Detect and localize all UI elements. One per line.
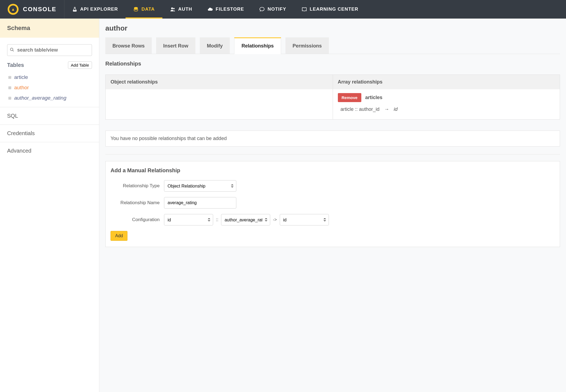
main-content: author Browse Rows Insert Row Modify Rel… [99,19,566,392]
relationship-name-label: Relationship Name [111,200,160,206]
brand-logo-icon: ▲ [8,4,19,15]
nav-label: AUTH [178,7,192,12]
nav-label: API EXPLORER [80,7,118,12]
nav-filestore[interactable]: FILESTORE [200,0,252,19]
remove-relationship-button[interactable]: Remove [338,93,361,102]
manual-relationship-form: Add a Manual Relationship Relationship T… [105,161,560,247]
svg-line-4 [13,50,14,51]
configuration-label: Configuration [111,217,160,222]
schema-header: Schema [0,19,99,38]
table-name: author [14,85,29,91]
manual-relationship-title: Add a Manual Relationship [111,167,555,174]
tab-relationships[interactable]: Relationships [234,37,281,54]
database-icon [133,7,139,12]
page-title: author [105,24,560,32]
table-list: ⊞ article ⊞ author ⊞ author_average_rati… [0,71,99,107]
search-input[interactable] [7,44,92,56]
book-icon [302,7,307,12]
sidebar-sql[interactable]: SQL [0,107,99,124]
table-item-author[interactable]: ⊞ author [0,82,99,93]
object-relationships-header: Object relationships [106,75,333,89]
config-sep-arrow: -> [273,217,277,222]
svg-point-1 [171,7,173,9]
no-possible-relationships-info: You have no possible relationships that … [105,130,560,147]
nav-notify[interactable]: NOTIFY [252,0,294,19]
svg-point-3 [10,48,13,51]
table-icon: ⊞ [8,75,11,79]
svg-point-2 [173,8,175,9]
nav-data[interactable]: DATA [126,0,162,19]
nav-label: LEARNING CENTER [310,7,358,12]
nav-api-explorer[interactable]: API EXPLORER [64,0,126,19]
tab-insert-row[interactable]: Insert Row [156,37,195,54]
users-icon [170,7,175,12]
tables-heading: Tables [7,62,24,68]
ref-column: author_id [359,106,380,112]
add-relationship-button[interactable]: Add [111,231,127,241]
tab-modify[interactable]: Modify [200,37,230,54]
ref-table: article [341,106,354,112]
local-column: id [394,106,398,112]
tab-permissions[interactable]: Permissions [285,37,329,54]
table-item-article[interactable]: ⊞ article [0,72,99,82]
config-from-column-select[interactable]: id [164,214,213,225]
nav-auth[interactable]: AUTH [162,0,200,19]
object-relationships-cell [106,89,333,119]
divider [105,154,560,155]
sidebar: Schema Tables Add Table ⊞ article ⊞ auth… [0,19,99,392]
config-sep-colons: :: [216,217,218,222]
relationship-name: articles [365,95,382,100]
relationship-name-input[interactable] [164,197,236,209]
brand[interactable]: ▲ CONSOLE [0,0,64,19]
nav-label: DATA [141,7,155,12]
sidebar-advanced[interactable]: Advanced [0,142,99,159]
top-nav: ▲ CONSOLE API EXPLORER DATA AUTH FILESTO… [0,0,566,19]
array-relationships-cell: Remove articles article :: author_id → i… [333,89,560,119]
tabs: Browse Rows Insert Row Modify Relationsh… [105,37,560,54]
sidebar-credentials[interactable]: Credentials [0,124,99,142]
nav-label: NOTIFY [267,7,286,12]
relationship-type-select[interactable]: Object Relationship [164,180,236,192]
tab-browse-rows[interactable]: Browse Rows [105,37,152,54]
nav-learning-center[interactable]: LEARNING CENTER [294,0,366,19]
search-icon [10,47,14,53]
table-icon: ⊞ [8,96,11,100]
table-name: author_average_rating [14,95,66,101]
nav-items: API EXPLORER DATA AUTH FILESTORE NOTIFY … [64,0,366,19]
config-ref-table-select[interactable]: author_average_rat [221,214,270,225]
sep-colons: :: [355,106,358,112]
table-icon: ⊞ [8,85,11,90]
arrow-icon: → [384,106,389,112]
table-item-author-average-rating[interactable]: ⊞ author_average_rating [0,93,99,103]
array-relationships-header: Array relationships [333,75,560,89]
relationships-heading: Relationships [105,61,560,67]
relationship-detail: article :: author_id → id [338,106,555,112]
brand-name: CONSOLE [23,6,56,13]
chat-icon [259,7,265,12]
table-name: article [14,74,28,80]
cloud-icon [207,7,213,12]
relationships-table: Object relationships Array relationships… [105,75,560,120]
nav-label: FILESTORE [216,7,244,12]
relationship-type-label: Relationship Type [111,183,160,189]
config-to-column-select[interactable]: id [280,214,329,225]
add-table-button[interactable]: Add Table [68,61,92,69]
flask-icon [72,7,78,12]
